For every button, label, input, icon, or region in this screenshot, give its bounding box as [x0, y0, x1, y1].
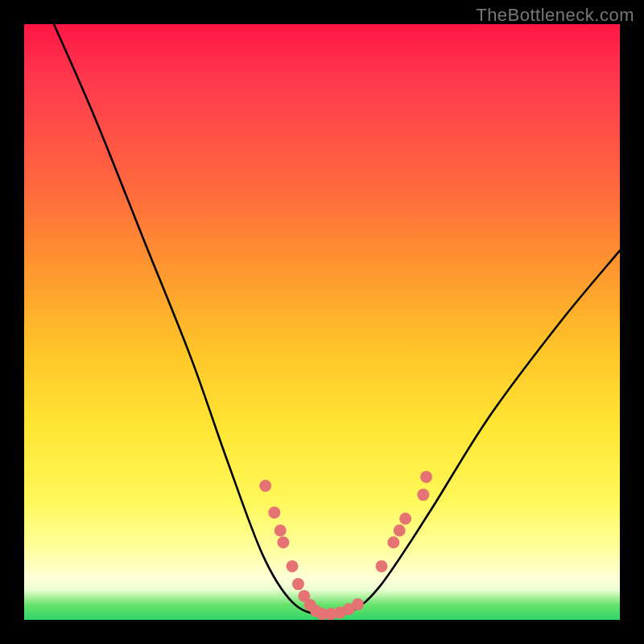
marker-dot [275, 525, 287, 537]
bottleneck-curve [54, 24, 620, 616]
watermark-text: TheBottleneck.com [476, 5, 634, 26]
marker-dot [287, 560, 299, 572]
marker-dot [420, 471, 432, 483]
marker-dot [259, 480, 271, 492]
marker-dot [376, 560, 388, 572]
chart-frame: TheBottleneck.com [0, 0, 644, 644]
marker-dot [399, 513, 411, 525]
marker-dot [268, 506, 280, 518]
marker-dot [387, 536, 399, 548]
marker-dot [417, 489, 429, 501]
plot-area [24, 24, 620, 620]
curve-layer [24, 24, 620, 620]
marker-dot [277, 536, 289, 548]
marker-dot [292, 578, 304, 590]
marker-dot [394, 525, 406, 537]
marker-dot [352, 598, 364, 610]
curve-markers [259, 471, 432, 620]
